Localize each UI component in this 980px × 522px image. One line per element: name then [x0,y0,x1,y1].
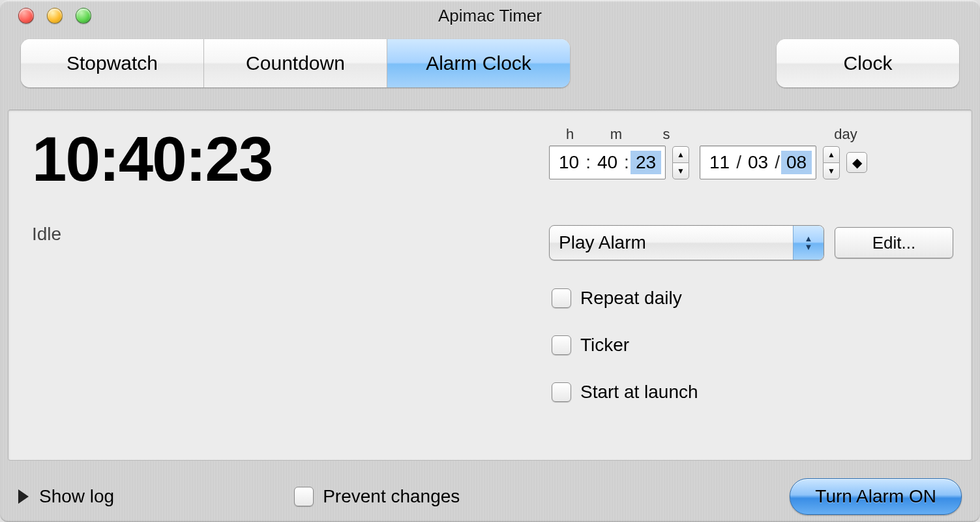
label-day: day [738,126,953,143]
date-step-up-icon[interactable]: ▲ [823,146,840,162]
checkbox-icon [552,288,571,308]
show-log-button[interactable]: Show log [39,486,114,507]
mode-tabs: Stopwatch Countdown Alarm Clock [21,39,570,87]
options-column: Repeat daily Ticker Start at launch [549,288,953,403]
checkbox-icon [294,487,314,506]
toolbar: Stopwatch Countdown Alarm Clock Clock [0,31,980,95]
action-row: Play Alarm ▲▼ Edit... [549,225,953,260]
time-stepper: ▲ ▼ [672,146,689,179]
window-controls [0,8,91,23]
picker-labels: h m s day [549,126,953,143]
content-pane: 10:40:23 Idle h m s day 10 : 40 : 23 ▲ [8,110,972,461]
turn-alarm-on-button[interactable]: Turn Alarm ON [790,478,962,515]
date-field[interactable]: 11 / 03 / 08 [700,146,816,179]
titlebar: Apimac Timer [0,0,980,31]
time-step-up-icon[interactable]: ▲ [672,146,689,162]
date-picker-button[interactable]: ◆ [846,152,867,173]
date-stepper: ▲ ▼ [823,146,840,179]
date-dd-value[interactable]: 11 [704,151,735,174]
date-yy-value[interactable]: 08 [781,151,812,174]
alarm-controls: h m s day 10 : 40 : 23 ▲ ▼ [549,126,953,403]
zoom-icon[interactable] [76,8,91,23]
minutes-value[interactable]: 40 [592,151,623,174]
disclosure-triangle-icon[interactable] [18,489,29,504]
app-window: Apimac Timer Stopwatch Countdown Alarm C… [0,0,980,522]
alarm-action-select[interactable]: Play Alarm ▲▼ [549,225,824,260]
repeat-daily-checkbox[interactable]: Repeat daily [552,288,953,309]
pickers-row: 10 : 40 : 23 ▲ ▼ 11 / 03 / 08 [549,146,953,179]
repeat-daily-label: Repeat daily [580,288,682,309]
ticker-checkbox[interactable]: Ticker [552,335,953,356]
tab-stopwatch[interactable]: Stopwatch [21,39,204,87]
label-seconds: s [642,126,691,143]
seconds-value[interactable]: 23 [631,151,661,174]
date-mm-value[interactable]: 03 [743,151,773,174]
label-minutes: m [591,126,642,143]
checkbox-icon [552,382,571,402]
diamond-icon: ◆ [852,155,862,170]
prevent-changes-label: Prevent changes [323,486,460,507]
checkbox-icon [552,335,571,355]
alarm-action-label: Play Alarm [550,232,646,253]
hours-value[interactable]: 10 [554,151,584,174]
window-title: Apimac Timer [0,6,980,26]
close-icon[interactable] [18,8,34,23]
start-at-launch-checkbox[interactable]: Start at launch [552,382,953,403]
time-field[interactable]: 10 : 40 : 23 [549,146,666,179]
footer: Show log Prevent changes Turn Alarm ON [0,471,980,522]
tab-countdown[interactable]: Countdown [204,39,387,87]
prevent-changes-checkbox[interactable]: Prevent changes [294,486,460,507]
ticker-label: Ticker [580,335,629,356]
start-at-launch-label: Start at launch [580,382,698,403]
select-arrows-icon: ▲▼ [793,226,824,260]
clock-button[interactable]: Clock [777,39,959,87]
tab-alarm-clock[interactable]: Alarm Clock [387,39,570,87]
time-step-down-icon[interactable]: ▼ [672,162,689,179]
label-hours: h [549,126,591,143]
minimize-icon[interactable] [47,8,63,23]
edit-button[interactable]: Edit... [835,227,953,258]
date-step-down-icon[interactable]: ▼ [823,162,840,179]
